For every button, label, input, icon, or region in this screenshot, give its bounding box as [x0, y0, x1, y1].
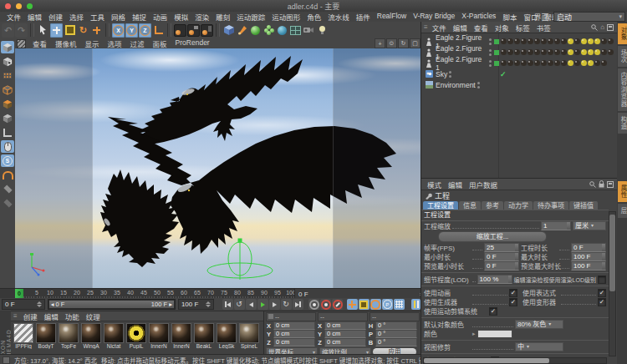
- material-tag[interactable]: [581, 49, 587, 55]
- material-menu-item[interactable]: 创建: [20, 311, 41, 321]
- viewport-menu-item[interactable]: 过滤: [126, 38, 149, 48]
- loop-button[interactable]: ↻: [281, 299, 292, 310]
- side-tab[interactable]: 内容浏览器: [618, 68, 627, 111]
- render-region-button[interactable]: [187, 23, 200, 38]
- viewport-menu-item[interactable]: 查看: [28, 38, 51, 48]
- render-view-button[interactable]: [174, 23, 186, 38]
- om-menu-item[interactable]: 编辑: [450, 23, 471, 33]
- material-thumbnail[interactable]: [217, 323, 237, 343]
- material-tag[interactable]: [608, 49, 614, 55]
- viewport-menu-item[interactable]: 选项: [104, 38, 126, 48]
- viewport-menu-item[interactable]: 显示: [81, 38, 104, 48]
- play-button[interactable]: [257, 299, 268, 310]
- material-tag[interactable]: [608, 38, 614, 44]
- side-tab[interactable]: 层: [618, 204, 627, 218]
- record-keyframe-button[interactable]: [308, 299, 319, 310]
- edges-mode-button[interactable]: [1, 83, 14, 96]
- add-volume-button[interactable]: [276, 23, 288, 38]
- scrollbar-thumb[interactable]: [609, 215, 615, 291]
- material-tag[interactable]: [581, 60, 587, 66]
- add-light-button[interactable]: [316, 23, 329, 38]
- viewport-menu-item[interactable]: 摄像机: [51, 38, 81, 48]
- material-thumbnail[interactable]: [171, 323, 191, 343]
- pos-y-field[interactable]: 0 cm: [273, 330, 315, 338]
- size-z-field[interactable]: 0 cm: [324, 338, 366, 346]
- menu-item[interactable]: V-Ray Bridge: [410, 12, 458, 22]
- material-tag[interactable]: [588, 38, 594, 44]
- menu-item[interactable]: 动画: [150, 12, 171, 22]
- expand-arrow-icon[interactable]: ▸: [472, 331, 476, 337]
- rot-p-field[interactable]: 0 °: [375, 330, 417, 338]
- range-end-field[interactable]: 100 F: [178, 299, 214, 310]
- rotate-tool-button[interactable]: ↻: [77, 23, 89, 38]
- material-tag[interactable]: [501, 38, 507, 44]
- goto-end-button[interactable]: [293, 299, 303, 310]
- menu-item[interactable]: RealFlow: [374, 12, 410, 22]
- preview-range-slider[interactable]: ◂ 0 F 100 F ▸: [48, 299, 176, 310]
- om-menu-item[interactable]: 标签: [512, 23, 533, 33]
- points-mode-button[interactable]: [1, 69, 14, 82]
- min-time-field[interactable]: 0 F: [484, 252, 519, 261]
- visibility-toggles[interactable]: [477, 82, 481, 88]
- om-menu-item[interactable]: 查看: [471, 23, 492, 33]
- toggle-view-button[interactable]: ▢: [410, 38, 421, 48]
- attr-menu-item[interactable]: 编辑: [445, 179, 466, 190]
- material-tag[interactable]: [514, 49, 520, 55]
- material-tag[interactable]: [507, 49, 513, 55]
- enable-snap-button[interactable]: [1, 169, 14, 181]
- material-tag[interactable]: [574, 38, 580, 44]
- render-lod-checkbox[interactable]: [598, 276, 606, 284]
- material-tag[interactable]: [541, 49, 547, 55]
- frame-icon[interactable]: [607, 181, 614, 188]
- menu-item[interactable]: 捕捉: [129, 12, 150, 22]
- previous-frame-button[interactable]: [246, 299, 257, 310]
- visibility-toggles[interactable]: [489, 38, 492, 45]
- workplane-a-button[interactable]: [1, 183, 14, 195]
- material-thumbnail[interactable]: [194, 323, 214, 343]
- material-item[interactable]: IPPFig: [13, 323, 33, 349]
- object-row-environment[interactable]: Environment: [421, 79, 617, 90]
- pos-z-field[interactable]: 0 cm: [273, 338, 315, 346]
- use-generators-checkbox[interactable]: ✓: [509, 298, 517, 306]
- material-tag[interactable]: [514, 38, 520, 44]
- section-header[interactable]: 工程设置: [421, 210, 609, 221]
- material-item[interactable]: PupiL: [126, 323, 146, 349]
- scale-tool-button[interactable]: [64, 23, 76, 38]
- menu-item[interactable]: 插件: [353, 12, 374, 22]
- material-tag[interactable]: [528, 60, 533, 66]
- material-tag[interactable]: [507, 60, 513, 66]
- material-item[interactable]: Nictat: [104, 323, 124, 349]
- use-motion-system-checkbox[interactable]: ✓: [489, 307, 497, 316]
- material-item[interactable]: TopFe: [59, 323, 79, 349]
- material-tag[interactable]: [541, 60, 547, 66]
- playback-options-button[interactable]: [411, 299, 421, 310]
- om-menu-item[interactable]: 书签: [533, 23, 554, 33]
- side-tab[interactable]: 对象: [618, 23, 627, 44]
- polygons-mode-button[interactable]: [1, 98, 14, 110]
- object-row-eagle-3[interactable]: Eagle 2.Figure 1: [421, 58, 617, 68]
- material-item[interactable]: WingA: [81, 323, 101, 349]
- material-tag[interactable]: [588, 60, 594, 66]
- material-thumbnail[interactable]: [239, 323, 259, 343]
- enable-axis-button[interactable]: [1, 126, 14, 139]
- snap-settings-button[interactable]: S: [1, 154, 14, 167]
- enable-state[interactable]: [494, 61, 499, 66]
- material-item[interactable]: LegSk: [217, 323, 237, 349]
- pan-view-button[interactable]: +: [375, 38, 385, 48]
- visibility-toggles[interactable]: [449, 71, 452, 78]
- goto-start-button[interactable]: [222, 299, 233, 310]
- material-tag[interactable]: [594, 60, 600, 66]
- material-item[interactable]: BodyT: [36, 323, 56, 349]
- redo-button[interactable]: ↷: [15, 23, 28, 38]
- menu-item[interactable]: 网格: [108, 12, 129, 22]
- unit-dropdown[interactable]: 厘米▾: [573, 221, 606, 230]
- material-tag[interactable]: [548, 38, 553, 44]
- zoom-view-button[interactable]: ⊙: [386, 38, 397, 48]
- attribute-vertical-scrollbar[interactable]: [609, 211, 616, 356]
- attr-menu-item[interactable]: 用户数据: [466, 179, 501, 190]
- frame-icon[interactable]: [607, 24, 614, 31]
- lock-z-axis-button[interactable]: Z: [139, 23, 151, 38]
- keyframe-selection-button[interactable]: [332, 299, 343, 310]
- use-deformers-checkbox[interactable]: ✓: [598, 298, 606, 306]
- pos-x-field[interactable]: 0 cm: [273, 321, 315, 330]
